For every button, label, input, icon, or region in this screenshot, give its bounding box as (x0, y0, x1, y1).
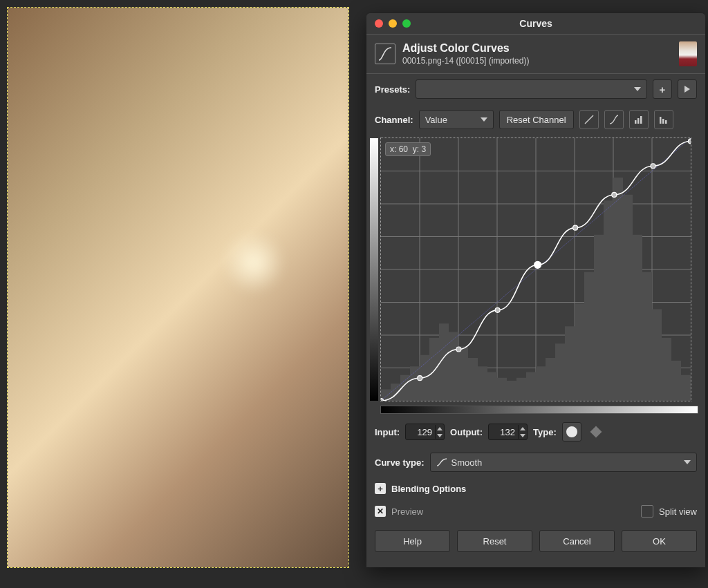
preset-picker-icon (682, 84, 692, 94)
svg-rect-2 (640, 116, 642, 124)
reset-button[interactable]: Reset (457, 530, 532, 552)
input-spinner[interactable]: 129 (405, 424, 445, 440)
histogram-log-icon (658, 114, 669, 125)
output-label: Output: (450, 427, 483, 437)
dialog-header: Adjust Color Curves 00015.png-14 ([00015… (366, 35, 705, 74)
blending-label: Blending Options (391, 484, 466, 494)
curve-type-row: Curve type: Smooth (366, 447, 705, 477)
preview-checkbox[interactable]: ✕ (375, 506, 386, 517)
channel-value: Value (425, 115, 476, 125)
reset-channel-button[interactable]: Reset Channel (499, 110, 574, 129)
output-spinner[interactable]: 132 (488, 424, 528, 440)
image-thumbnail (679, 41, 697, 66)
output-step-down[interactable] (518, 432, 527, 439)
preset-picker-button[interactable] (678, 79, 697, 99)
curves-icon (375, 44, 395, 64)
document-canvas[interactable] (7, 7, 349, 568)
curve-type-label: Curve type: (375, 457, 425, 468)
diamond-icon (590, 426, 602, 438)
channel-select[interactable]: Value (419, 110, 494, 129)
curves-dialog: Curves Adjust Color Curves 00015.png-14 … (366, 12, 705, 567)
svg-point-25 (573, 225, 578, 230)
blending-expander-icon[interactable]: + (375, 483, 386, 494)
input-step-up[interactable] (435, 425, 444, 432)
preview-label: Preview (391, 506, 423, 517)
dialog-subtitle: 00015.png-14 ([00015] (imported)) (402, 56, 679, 66)
presets-row: Presets: + (366, 74, 705, 104)
help-button[interactable]: Help (375, 530, 450, 552)
circle-icon (566, 426, 577, 437)
preview-row: ✕ Preview Split view (366, 500, 705, 523)
svg-rect-3 (660, 117, 662, 124)
curves-graph[interactable]: x: 60 y: 3 (380, 137, 691, 401)
histogram-linear-button[interactable] (629, 110, 649, 129)
curves-graph-svg (381, 138, 691, 401)
nonlinear-curve-icon (608, 114, 620, 125)
histogram-log-button[interactable] (654, 110, 673, 129)
dialog-titlebar[interactable]: Curves (366, 13, 705, 35)
presets-select[interactable] (416, 79, 647, 99)
curved-curve-button[interactable] (604, 110, 624, 129)
svg-rect-5 (665, 120, 667, 124)
preset-add-button[interactable]: + (653, 79, 672, 99)
plus-icon: + (660, 84, 666, 95)
curve-type-select[interactable]: Smooth (430, 453, 697, 472)
presets-label: Presets: (375, 84, 410, 95)
split-view-label: Split view (659, 506, 697, 517)
smooth-curve-icon (436, 457, 447, 467)
point-type-corner-button[interactable] (587, 423, 605, 441)
svg-point-22 (456, 347, 461, 352)
image-preview (8, 8, 348, 567)
point-type-smooth-button[interactable] (562, 422, 581, 442)
type-label: Type: (533, 427, 557, 437)
channel-row: Channel: Value Reset Channel (366, 104, 705, 135)
dialog-footer: Help Reset Cancel OK (366, 523, 705, 559)
chevron-down-icon (481, 117, 487, 122)
split-view-checkbox[interactable] (641, 505, 653, 518)
cancel-button[interactable]: Cancel (539, 530, 615, 552)
linear-curve-icon (584, 114, 595, 125)
svg-point-28 (689, 139, 691, 144)
input-value: 129 (406, 427, 435, 437)
svg-point-27 (651, 164, 655, 169)
dialog-title: Adjust Color Curves (402, 42, 679, 55)
svg-rect-4 (662, 119, 664, 124)
input-gradient (380, 406, 698, 414)
channel-label: Channel: (375, 115, 413, 125)
svg-point-24 (534, 261, 541, 268)
ok-button[interactable]: OK (622, 530, 697, 552)
output-step-up[interactable] (518, 425, 527, 432)
svg-rect-0 (635, 120, 637, 124)
traffic-close-icon[interactable] (375, 19, 383, 28)
traffic-minimize-icon[interactable] (389, 19, 397, 28)
svg-rect-1 (637, 118, 640, 124)
input-label: Input: (375, 427, 400, 437)
io-row: Input: 129 Output: 132 Type: (366, 417, 705, 447)
input-step-down[interactable] (435, 432, 444, 439)
output-value: 132 (489, 427, 518, 437)
chevron-down-icon (684, 460, 691, 464)
chevron-down-icon (634, 87, 641, 91)
xy-readout: x: 60 y: 3 (385, 142, 431, 156)
output-gradient (370, 138, 378, 401)
histogram-linear-icon (633, 114, 644, 125)
svg-point-21 (418, 376, 422, 381)
svg-point-23 (495, 307, 500, 312)
dialog-window-title: Curves (366, 18, 705, 29)
linear-curve-button[interactable] (579, 110, 599, 129)
traffic-zoom-icon[interactable] (402, 19, 411, 28)
blending-row[interactable]: + Blending Options (366, 477, 705, 500)
curve-type-value: Smooth (451, 457, 680, 468)
svg-point-26 (612, 192, 617, 197)
